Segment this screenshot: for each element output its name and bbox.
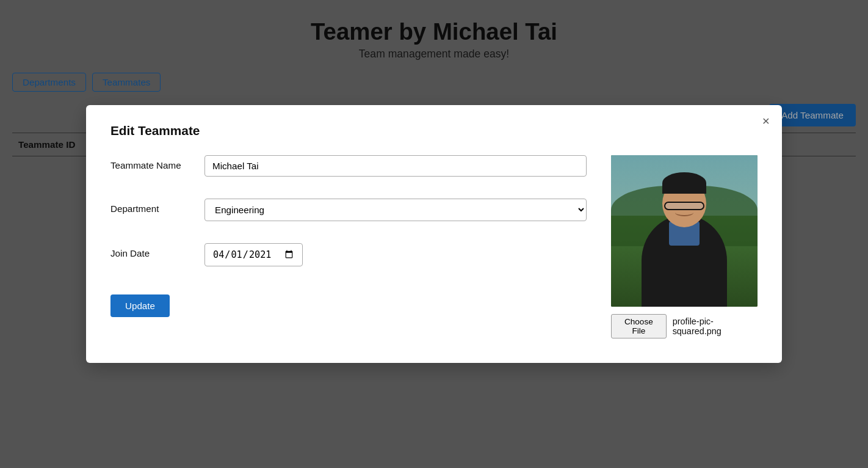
modal-close-button[interactable]: × xyxy=(762,115,770,128)
profile-image xyxy=(611,155,758,307)
department-group: Department EngineeringMarketingSalesHRFi… xyxy=(110,199,587,221)
teammate-name-label: Teammate Name xyxy=(110,155,190,170)
modal-form: Teammate Name Department EngineeringMark… xyxy=(110,155,587,338)
join-date-group: Join Date xyxy=(110,243,587,266)
modal-body: Teammate Name Department EngineeringMark… xyxy=(110,155,758,338)
modal-image-section: Choose File profile-pic-squared.png xyxy=(611,155,758,338)
teammate-name-group: Teammate Name xyxy=(110,155,587,177)
teammate-name-input[interactable] xyxy=(204,155,587,177)
choose-file-button[interactable]: Choose File xyxy=(611,314,667,338)
join-date-input[interactable] xyxy=(204,243,303,266)
modal-overlay: Edit Teammate × Teammate Name Department… xyxy=(0,0,868,468)
modal-title: Edit Teammate xyxy=(110,123,758,138)
department-select[interactable]: EngineeringMarketingSalesHRFinance xyxy=(204,199,587,221)
update-button[interactable]: Update xyxy=(110,294,170,317)
file-input-row: Choose File profile-pic-squared.png xyxy=(611,314,758,338)
department-label: Department xyxy=(110,199,190,214)
join-date-label: Join Date xyxy=(110,243,190,258)
edit-teammate-modal: Edit Teammate × Teammate Name Department… xyxy=(86,105,782,363)
file-name-display: profile-pic-squared.png xyxy=(673,316,758,336)
